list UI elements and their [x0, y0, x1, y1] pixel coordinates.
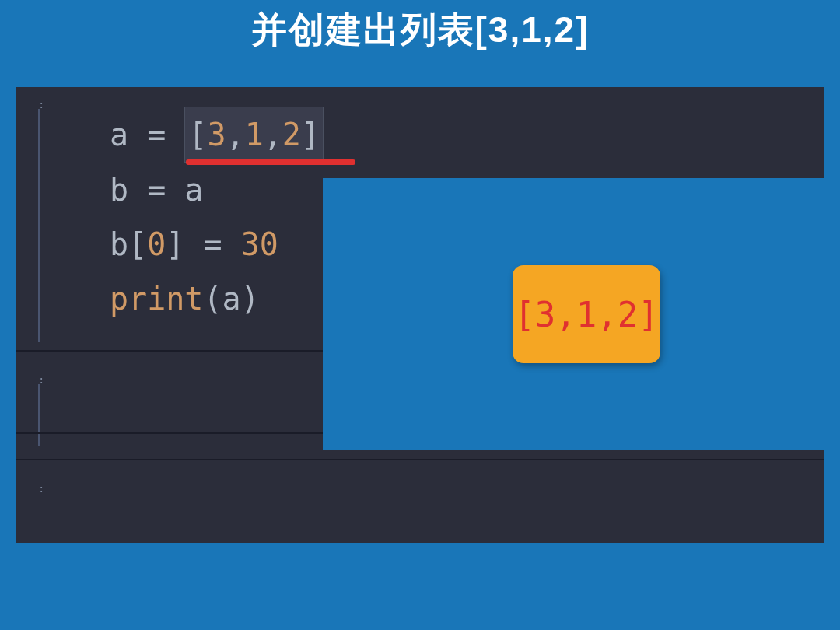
code-block: a = [3,1,2] b = a b[0] = 30 print(a) [110, 107, 324, 326]
token-number: 3 [207, 117, 226, 152]
token-bracket: [ [188, 117, 207, 152]
code-line-4: print(a) [110, 271, 324, 326]
gutter-foldline [38, 384, 40, 446]
token-var: a [184, 172, 203, 208]
gutter-marker: : [38, 482, 44, 495]
editor-gutter: : : : [16, 87, 47, 543]
code-editor: : : : a = [3,1,2] b = a b[0] = 30 print(… [16, 87, 824, 543]
illustration-panel: [3,1,2] [323, 178, 824, 450]
token-keyword: print [110, 281, 203, 317]
token-bracket: ] [301, 117, 320, 152]
token-var: a [222, 281, 241, 317]
token-number: 30 [241, 226, 278, 262]
token-number: 0 [147, 226, 166, 262]
code-line-3: b[0] = 30 [110, 217, 324, 271]
token-paren: ( [203, 281, 222, 317]
separator-line [16, 459, 824, 460]
token-number: 2 [282, 117, 301, 152]
token-op: = [128, 172, 184, 208]
token-bracket: [ [128, 226, 147, 262]
token-bracket: ] [166, 226, 184, 262]
list-value: [3,1,2] [514, 295, 658, 334]
code-line-1: a = [3,1,2] [110, 107, 324, 163]
token-op: = [128, 117, 184, 152]
token-op: = [184, 226, 240, 262]
list-memory-box: [3,1,2] [513, 265, 660, 363]
token-paren: ) [241, 281, 260, 317]
token-var: b [110, 172, 128, 208]
token-var: b [110, 226, 128, 262]
highlighted-expression: [3,1,2] [184, 107, 324, 163]
token-comma: , [264, 117, 282, 152]
token-var: a [110, 117, 128, 152]
gutter-foldline [38, 109, 40, 342]
code-line-2: b = a [110, 163, 324, 217]
page-title: 并创建出列表[3,1,2] [0, 0, 840, 54]
token-number: 1 [245, 117, 264, 152]
red-underline [186, 159, 355, 165]
token-comma: , [226, 117, 245, 152]
